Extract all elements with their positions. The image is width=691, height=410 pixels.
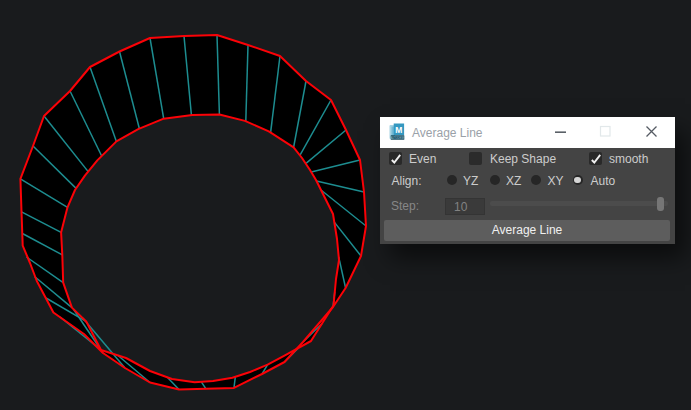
svg-text:AUTODESK: AUTODESK <box>390 136 404 140</box>
svg-text:M: M <box>395 125 402 135</box>
